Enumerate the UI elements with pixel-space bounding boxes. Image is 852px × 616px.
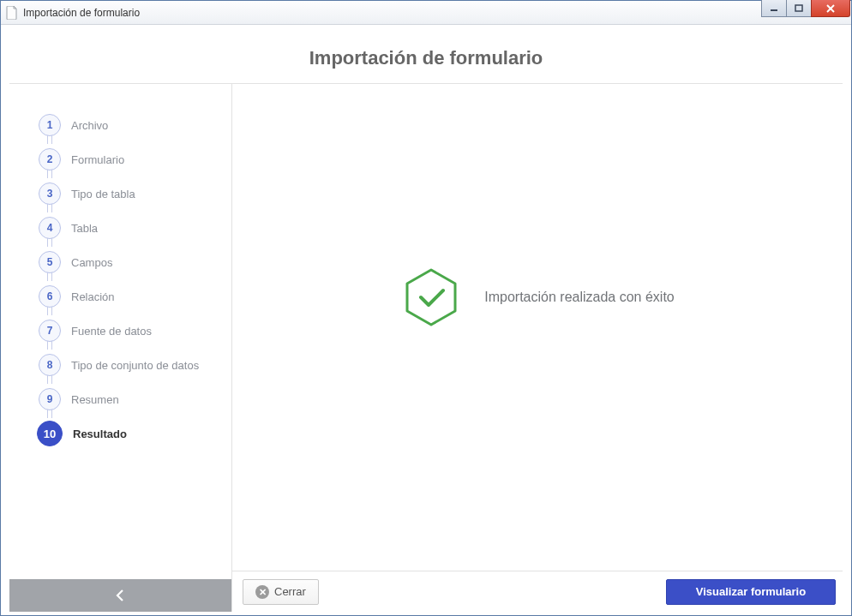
step-badge: 1 [39,114,61,136]
step-label: Resultado [73,428,127,440]
minimize-button[interactable] [761,0,787,17]
minimize-icon [770,4,778,13]
maximize-icon [795,4,803,13]
titlebar: Importación de formulario [1,1,851,25]
result-message: Importación realizada con éxito [484,290,674,305]
wizard-step-1[interactable]: 1Archivo [39,108,231,142]
window-controls [762,0,850,17]
dialog-window: Importación de formulario Importación de… [0,0,852,616]
step-badge: 2 [39,148,61,170]
view-form-button-label: Visualizar formulario [696,585,806,598]
step-label: Tabla [71,222,98,235]
close-icon [825,4,836,13]
back-button[interactable] [9,579,231,612]
window-title: Importación de formulario [23,7,140,19]
dialog-content: Importación de formulario 1Archivo2Formu… [4,28,848,612]
wizard-step-4[interactable]: 4Tabla [39,211,231,245]
step-label: Archivo [71,119,108,132]
step-label: Formulario [71,153,124,166]
success-check-icon [400,266,462,328]
dialog-footer: ✕ Cerrar Visualizar formulario [232,571,843,612]
wizard-step-8[interactable]: 8Tipo de conjunto de datos [39,348,231,382]
step-badge: 6 [39,285,61,308]
wizard-step-2[interactable]: 2Formulario [39,142,231,176]
step-label: Resumen [71,393,119,406]
step-badge: 9 [39,388,61,410]
close-button-label: Cerrar [274,585,306,598]
maximize-button[interactable] [786,0,812,17]
wizard-sidebar: 1Archivo2Formulario3Tipo de tabla4Tabla5… [9,84,232,612]
wizard-step-9[interactable]: 9Resumen [39,382,231,416]
svg-marker-4 [407,270,455,325]
wizard-step-7[interactable]: 7Fuente de datos [39,314,231,348]
view-form-button[interactable]: Visualizar formulario [666,579,836,605]
wizard-steps: 1Archivo2Formulario3Tipo de tabla4Tabla5… [9,84,231,579]
close-window-button[interactable] [811,0,850,17]
step-label: Tipo de conjunto de datos [71,359,199,372]
chevron-left-icon [113,588,129,603]
document-icon [6,6,18,20]
close-button[interactable]: ✕ Cerrar [243,579,319,605]
step-label: Relación [71,290,115,303]
step-badge: 7 [39,320,61,342]
step-badge: 10 [37,421,63,446]
wizard-step-3[interactable]: 3Tipo de tabla [39,176,231,211]
wizard-step-5[interactable]: 5Campos [39,245,231,279]
close-circle-icon: ✕ [255,585,269,599]
svg-rect-1 [795,5,802,11]
step-badge: 4 [39,217,61,239]
wizard-step-6[interactable]: 6Relación [39,279,231,314]
wizard-main: Importación realizada con éxito ✕ Cerrar… [232,84,843,612]
dialog-body: 1Archivo2Formulario3Tipo de tabla4Tabla5… [9,83,843,612]
step-badge: 3 [39,182,61,205]
wizard-step-10[interactable]: 10Resultado [39,416,231,451]
result-area: Importación realizada con éxito [232,84,843,571]
step-label: Campos [71,256,112,269]
step-badge: 5 [39,251,61,273]
page-title: Importación de formulario [4,28,848,83]
step-label: Tipo de tabla [71,188,135,200]
step-badge: 8 [39,354,61,376]
svg-rect-0 [771,9,777,11]
step-label: Fuente de datos [71,325,152,338]
